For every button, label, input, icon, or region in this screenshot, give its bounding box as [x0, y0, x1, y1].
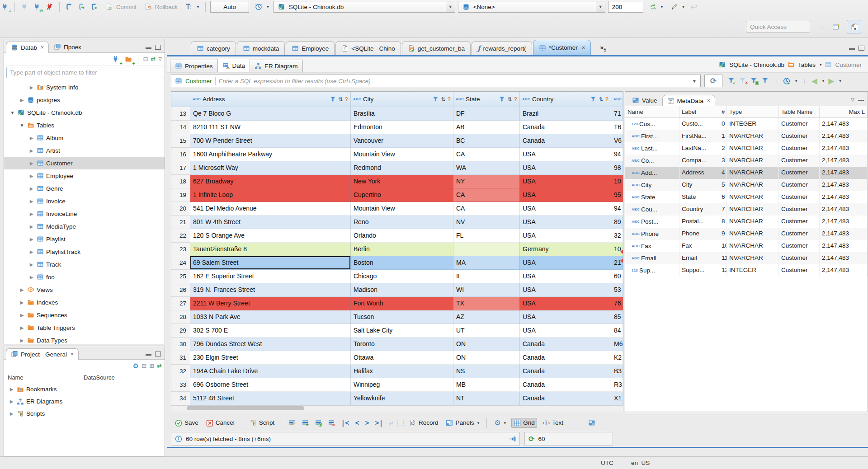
- fetch-next-icon[interactable]: ▶: [828, 76, 834, 86]
- meta-cell-num[interactable]: 8: [719, 216, 727, 228]
- grid-cell[interactable]: 796 Dundas Street West: [190, 338, 351, 351]
- chevron-down-icon[interactable]: ▾: [795, 79, 797, 83]
- meta-cell-num[interactable]: 3: [719, 155, 727, 167]
- link-with-editor-icon[interactable]: ⇄: [157, 362, 162, 369]
- tree-item-sqlite-chinook-db[interactable]: ▼SQLite - Chinook.db: [4, 106, 165, 119]
- grid-cell[interactable]: R3: [611, 378, 623, 392]
- maximize-icon[interactable]: [155, 352, 161, 356]
- auto-refresh-icon[interactable]: [783, 77, 790, 84]
- grid-cell[interactable]: NV: [453, 216, 520, 229]
- copy-row-icon[interactable]: [313, 417, 323, 429]
- grid-cell[interactable]: 94: [611, 148, 623, 161]
- table-row[interactable]: 345112 48 StreetYellowknifeNTCanadaX1: [171, 392, 623, 405]
- link-with-editor-icon[interactable]: ⇄: [151, 56, 156, 62]
- meta-column-header-max-l[interactable]: Max L: [820, 106, 868, 117]
- grid-cell[interactable]: 8210 111 ST NW: [190, 121, 351, 134]
- grid-cell[interactable]: AZ: [453, 310, 520, 324]
- tree-item-employee[interactable]: ▶Employee: [4, 169, 165, 182]
- row-number[interactable]: 17: [171, 161, 190, 175]
- meta-cell-max[interactable]: 2,147,483: [820, 203, 868, 216]
- grid-cell[interactable]: DF: [453, 107, 520, 121]
- meta-cell-name[interactable]: ABCEmail: [625, 252, 679, 264]
- tree-item-invoice[interactable]: ▶Invoice: [4, 195, 165, 207]
- meta-cell-table[interactable]: Customer: [779, 264, 820, 277]
- expand-arrow-icon[interactable]: ▶: [28, 186, 34, 191]
- metadata-row[interactable]: ABCCou...Country7NVARCHARCustomer2,147,4…: [625, 203, 868, 216]
- meta-cell-table[interactable]: Customer: [779, 118, 820, 130]
- meta-cell-name[interactable]: ABCFirst...: [625, 130, 679, 142]
- grid-cell[interactable]: USA: [520, 175, 611, 188]
- breadcrumb-connection[interactable]: SQLite - Chinook.db: [729, 61, 784, 68]
- grid-cell[interactable]: Boston: [351, 256, 453, 270]
- grid-cell[interactable]: 302 S 700 E: [190, 324, 351, 338]
- view-menu-icon[interactable]: ▽: [851, 97, 854, 102]
- expand-arrow-icon[interactable]: ▶: [9, 411, 14, 416]
- refresh-button[interactable]: ⟳: [704, 75, 722, 87]
- dropdown-arrow-icon[interactable]: ▼: [446, 1, 455, 12]
- rollback-button[interactable]: Rollback: [141, 1, 179, 13]
- meta-cell-label[interactable]: Country: [679, 203, 719, 216]
- meta-cell-table[interactable]: Customer: [779, 191, 820, 203]
- meta-cell-label[interactable]: Suppo...: [679, 264, 719, 277]
- connect-icon[interactable]: [19, 1, 29, 13]
- schema-selector[interactable]: <None> ▼: [458, 1, 605, 13]
- editor-tab-overflow[interactable]: »5: [600, 44, 606, 55]
- meta-cell-table[interactable]: Customer: [779, 228, 820, 240]
- grid-cell[interactable]: ON: [453, 351, 520, 365]
- grid-cell[interactable]: 69 Salem Street: [190, 256, 351, 270]
- metadata-row[interactable]: ABCEmailEmail11NVARCHARCustomer2,147,483: [625, 252, 868, 264]
- row-number[interactable]: 32: [171, 365, 190, 378]
- expand-arrow-icon[interactable]: ▶: [28, 174, 34, 178]
- expand-all-icon[interactable]: ⊞: [149, 362, 154, 369]
- meta-cell-label[interactable]: Email: [679, 252, 719, 264]
- grid-cell[interactable]: Brasília: [351, 107, 453, 121]
- meta-cell-type[interactable]: NVARCHAR: [727, 130, 779, 142]
- meta-column-header-[interactable]: #: [719, 106, 727, 117]
- tree-item-track[interactable]: ▶Track: [4, 258, 165, 271]
- column-header-state[interactable]: ABCState⇅?: [453, 92, 520, 107]
- table-row[interactable]: 20541 Del Medio AvenueMountain ViewCAUSA…: [171, 202, 623, 216]
- open-perspective-icon[interactable]: [829, 20, 843, 33]
- collapse-all-icon[interactable]: ⊟: [142, 362, 146, 369]
- filter-funnel-icon[interactable]: [330, 96, 337, 103]
- row-number[interactable]: 33: [171, 378, 190, 392]
- last-row-icon[interactable]: >|: [373, 419, 384, 427]
- custom-filter-icon[interactable]: [762, 77, 769, 84]
- add-row-icon[interactable]: [300, 417, 310, 429]
- editor-tab-customer[interactable]: *Customer×: [533, 40, 591, 55]
- sort-icon[interactable]: ⇅: [508, 96, 512, 103]
- grid-cell[interactable]: Chicago: [351, 270, 453, 283]
- recent-sql-editor-icon[interactable]: [77, 1, 87, 13]
- row-number[interactable]: 14: [171, 121, 190, 134]
- chevron-down-icon[interactable]: ▾: [839, 79, 841, 83]
- previous-row-icon[interactable]: <: [354, 419, 360, 427]
- grid-cell[interactable]: 94: [611, 202, 623, 216]
- remove-filter-icon[interactable]: ×: [739, 77, 746, 84]
- row-number[interactable]: 28: [171, 310, 190, 324]
- meta-cell-table[interactable]: Customer: [779, 252, 820, 264]
- edit-row-icon[interactable]: [287, 417, 297, 429]
- grid-cell[interactable]: 71: [611, 107, 623, 121]
- table-row[interactable]: 26319 N. Frances StreetMadisonWIUSA53: [171, 283, 623, 297]
- row-number[interactable]: 34: [171, 392, 190, 405]
- grid-cell[interactable]: MA: [453, 256, 520, 270]
- meta-cell-type[interactable]: NVARCHAR: [727, 191, 779, 203]
- grid-cell[interactable]: Canada: [520, 338, 611, 351]
- table-row[interactable]: 191 Infinite LoopCupertinoCAUSA95: [171, 188, 623, 202]
- meta-cell-type[interactable]: NVARCHAR: [727, 179, 779, 191]
- grid-cell[interactable]: X1: [611, 392, 623, 405]
- presentation-settings-button[interactable]: ⚙ ▾: [492, 417, 508, 428]
- script-button[interactable]: Script: [247, 418, 277, 428]
- fetch-size-box[interactable]: ⟳ 60: [524, 432, 613, 446]
- meta-cell-num[interactable]: 4: [719, 167, 727, 179]
- dropdown-arrow-icon[interactable]: ▼: [596, 1, 605, 12]
- tab-project-general[interactable]: Project - General ×: [6, 348, 79, 360]
- table-row[interactable]: 18627 BroadwayNew YorkNYUSA10: [171, 175, 623, 188]
- meta-cell-max[interactable]: 2,147,483: [820, 167, 868, 179]
- expand-arrow-icon[interactable]: ▶: [28, 85, 34, 90]
- grid-cell[interactable]: USA: [520, 283, 611, 297]
- new-sql-editor-icon[interactable]: [90, 1, 99, 13]
- settings-gear-icon[interactable]: ⚙: [133, 362, 139, 370]
- grid-cell[interactable]: UT: [453, 324, 520, 338]
- tree-item-playlist[interactable]: ▶Playlist: [4, 233, 165, 245]
